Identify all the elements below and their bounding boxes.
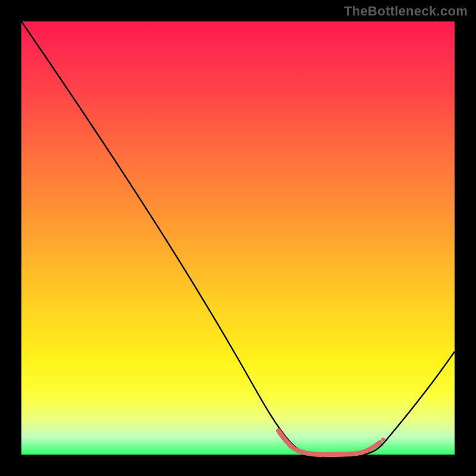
svg-point-8 bbox=[381, 438, 386, 442]
svg-point-1 bbox=[289, 444, 293, 449]
svg-point-4 bbox=[332, 453, 336, 457]
watermark-label: TheBottleneck.com bbox=[344, 4, 468, 19]
svg-point-7 bbox=[375, 443, 380, 447]
bottleneck-curve bbox=[21, 21, 455, 455]
svg-point-6 bbox=[362, 450, 366, 454]
svg-point-2 bbox=[302, 451, 306, 455]
plot-area bbox=[21, 21, 455, 455]
svg-point-3 bbox=[317, 453, 321, 457]
chart-frame: TheBottleneck.com bbox=[0, 0, 476, 476]
svg-point-0 bbox=[277, 429, 281, 433]
svg-point-5 bbox=[347, 452, 351, 456]
chart-svg bbox=[21, 21, 455, 455]
